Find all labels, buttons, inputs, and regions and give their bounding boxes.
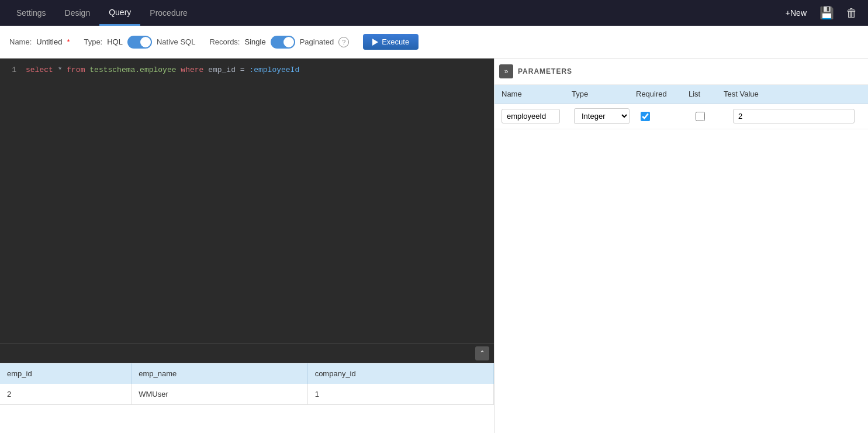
collapse-bar: ⌃ [0, 343, 494, 363]
required-star: * [67, 37, 70, 46]
code-editor[interactable]: 1 select * from testschema.employee wher… [0, 59, 494, 343]
name-label: Name: [9, 37, 32, 46]
table-row: 2 WMUser 1 [0, 384, 494, 405]
col-header-test-value: Test Value [724, 90, 861, 98]
list-checkbox[interactable] [696, 112, 705, 121]
paginated-label: Paginated [300, 37, 334, 46]
col-company-id: company_id [307, 363, 493, 384]
parameters-header: » PARAMETERS [494, 59, 868, 85]
parameters-title: PARAMETERS [518, 67, 572, 75]
native-sql-toggle[interactable] [127, 36, 152, 49]
delete-button[interactable]: 🗑 [842, 5, 861, 21]
left-panel: 1 select * from testschema.employee wher… [0, 59, 494, 433]
line-numbers: 1 [0, 59, 21, 343]
required-cell [641, 112, 693, 121]
col-emp-name: emp_name [132, 363, 307, 384]
collapse-button[interactable]: ⌃ [475, 346, 489, 360]
col-header-list: List [689, 90, 724, 98]
nav-procedure[interactable]: Procedure [140, 0, 197, 26]
native-sql-label: Native SQL [157, 37, 195, 46]
params-row: Integer String Boolean Date Float Long [494, 104, 868, 129]
cell-company-id: 1 [307, 384, 493, 405]
top-navigation: Settings Design Query Procedure +New 💾 🗑 [0, 0, 868, 26]
main-content: 1 select * from testschema.employee wher… [0, 59, 868, 433]
records-group: Records: Single Paginated ? [209, 36, 349, 49]
name-group: Name: Untitled* [9, 37, 70, 46]
records-value: Single [244, 37, 265, 46]
param-name-input[interactable] [502, 109, 560, 123]
list-cell [696, 112, 731, 121]
execute-button[interactable]: Execute [363, 34, 419, 50]
expand-button[interactable]: » [499, 64, 513, 78]
nav-settings[interactable]: Settings [7, 0, 56, 26]
col-header-type: Type [572, 90, 636, 98]
new-button[interactable]: +New [781, 8, 811, 18]
results-table: emp_id emp_name company_id 2 WMUser 1 [0, 363, 494, 405]
col-header-name: Name [502, 90, 572, 98]
nav-design[interactable]: Design [56, 0, 100, 26]
type-label: Type: [84, 37, 102, 46]
col-header-required: Required [636, 90, 689, 98]
toolbar: Name: Untitled* Type: HQL Native SQL Rec… [0, 26, 868, 59]
results-area: emp_id emp_name company_id 2 WMUser 1 [0, 363, 494, 433]
test-value-input[interactable] [733, 109, 855, 123]
required-checkbox[interactable] [641, 112, 650, 121]
execute-label: Execute [382, 37, 409, 46]
save-button[interactable]: 💾 [816, 5, 838, 21]
cell-emp-name: WMUser [132, 384, 307, 405]
help-icon[interactable]: ? [338, 37, 349, 47]
params-table-header: Name Type Required List Test Value [494, 85, 868, 104]
col-emp-id: emp_id [0, 363, 132, 384]
play-icon [372, 39, 378, 46]
type-value: HQL [107, 37, 123, 46]
code-content[interactable]: select * from testschema.employee where … [21, 59, 304, 343]
name-value: Untitled [36, 37, 62, 46]
right-panel: » PARAMETERS Name Type Required List Tes… [494, 59, 868, 433]
param-type-select[interactable]: Integer String Boolean Date Float Long [574, 108, 630, 124]
type-group: Type: HQL Native SQL [84, 36, 195, 49]
nav-query[interactable]: Query [99, 0, 140, 26]
records-label: Records: [209, 37, 240, 46]
cell-emp-id: 2 [0, 384, 132, 405]
paginated-toggle[interactable] [271, 36, 295, 49]
